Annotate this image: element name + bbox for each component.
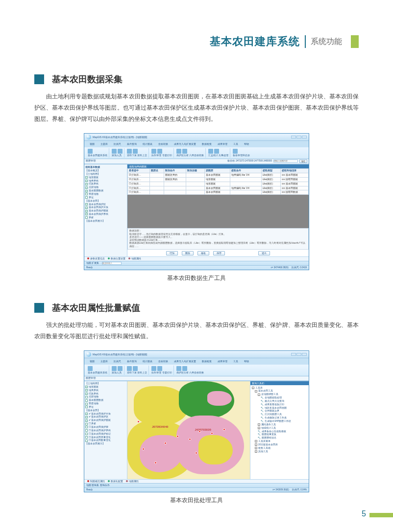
ribbon-icon[interactable] [127, 149, 132, 154]
menu-tab[interactable]: 视图 [88, 359, 96, 364]
menu-tab[interactable]: 比例尺 [112, 142, 123, 146]
search-input[interactable] [273, 160, 298, 162]
menu-tab[interactable]: 帮助 [243, 359, 250, 364]
ribbon-icon[interactable] [118, 366, 123, 371]
menu-tab[interactable]: 视图 [88, 142, 96, 146]
menu-tab[interactable]: 条件查询 [125, 142, 138, 146]
tree-item[interactable]: 零星地物 [85, 402, 126, 406]
tool-item[interactable]: 🔧地区多基本农田画图 [252, 406, 307, 410]
ribbon-icon[interactable] [208, 149, 213, 154]
tree-item[interactable]: ☐ 基本农田保护界线 [85, 429, 126, 432]
tree-item[interactable]: 界桩 [85, 216, 126, 219]
tree-item[interactable]: 界址 [85, 405, 126, 409]
menu-tab[interactable]: 工具 [232, 142, 240, 146]
ribbon-icon[interactable] [118, 149, 123, 154]
tree-item[interactable]: ☐ 基本农田数量变化 [85, 439, 126, 442]
tree-item[interactable]: 基本图层数据 [85, 189, 126, 193]
maximize-button[interactable] [296, 136, 301, 139]
menu-tab[interactable]: 主题库 [99, 359, 109, 364]
menu-tab[interactable]: 成果管理 [216, 142, 229, 146]
tool-item[interactable]: +工具库菜单 [252, 440, 307, 443]
tree-item[interactable]: 地类界线 [85, 179, 126, 183]
menu-tab[interactable]: 成果导入与扩展设置 [172, 142, 197, 146]
tool-item[interactable]: +检查工具箱 [252, 446, 307, 450]
minimize-button[interactable] [291, 353, 296, 356]
grid-row[interactable]: ☑ 打钩后…图斑区类的基本农田图斑地类编码 like '1%'Like(保留)x… [128, 173, 309, 178]
tree-item[interactable]: 地形图斑 [85, 385, 126, 389]
menu-tab[interactable]: 条件查询 [125, 359, 138, 364]
tree-item[interactable]: 【基本农田展示】 [85, 442, 126, 446]
tool-root[interactable]: -工具库 [252, 386, 307, 390]
grid-row[interactable]: ☐ 打钩后…基本农田图斑Like(保留)xxx 国有田数据 [128, 190, 309, 195]
tool-item[interactable]: +属性递作工具 [252, 423, 307, 426]
status-views[interactable]: 地图 扩展集 [86, 262, 99, 265]
tree-item[interactable]: ✔ 基本农田保护图斑 [85, 419, 126, 422]
tool-item[interactable]: 🔧图层批量更改 [252, 433, 307, 437]
coord-input[interactable] [102, 262, 122, 265]
menu-tab[interactable]: 成果管理 [216, 359, 229, 364]
save-button[interactable]: 保存 [213, 251, 225, 255]
tool-item[interactable]: 🔧成果查看批改打印 [252, 403, 307, 406]
menu-tab[interactable]: 坐标转换 [157, 142, 170, 146]
exit-button[interactable]: 退出 [258, 251, 270, 255]
tree-item[interactable]: 基本农田保护图斑 [85, 209, 126, 213]
tool-item[interactable]: +2011版基本农田库 [252, 443, 307, 446]
grid-row[interactable]: ☐ 打钩后…地形图斑Like(保留)xxx 基本田图斑 [128, 182, 309, 186]
tree-item[interactable]: 基本农田保护区 [85, 203, 126, 206]
tool-item[interactable]: +地域统计工具 [252, 426, 307, 430]
ribbon-icon[interactable] [133, 366, 138, 371]
tree-item[interactable]: ☐ 界桩 [85, 422, 126, 426]
menu-tab[interactable]: 统计图表 [141, 359, 154, 364]
tree-item[interactable]: 基本农田保护界线 [85, 213, 126, 216]
tree-item[interactable]: 点状地物 [85, 186, 126, 189]
close-button[interactable] [302, 136, 307, 139]
tree-item[interactable]: 行政界线 [85, 183, 126, 186]
menu-tab[interactable]: 统计图表 [141, 142, 154, 146]
bottom-tab[interactable]: 地图属性 [128, 257, 141, 260]
menu-tab[interactable]: 主题库 [99, 142, 109, 146]
bottom-tab[interactable]: 制图规范属性 [87, 480, 105, 483]
close-button[interactable] [302, 353, 307, 356]
bottom-tab[interactable]: 数据化配置 [108, 480, 123, 483]
menu-tab[interactable]: 工具 [232, 359, 240, 364]
tree-item[interactable]: 基本图层数据 [85, 399, 126, 402]
ribbon-icon[interactable] [151, 149, 156, 154]
tree-item[interactable]: 点状地物 [85, 395, 126, 399]
status-views[interactable]: 地图 整饰集 整饰操作 [86, 484, 110, 487]
ribbon-icon[interactable] [133, 149, 138, 154]
tree-item[interactable]: ☐ 基本农田保护标记 [85, 432, 126, 436]
ribbon-icon[interactable] [157, 149, 162, 154]
menu-tab[interactable]: 帮助 [243, 142, 250, 146]
ribbon-icon[interactable] [151, 366, 156, 371]
tree-item[interactable]: 【基本农田展示】 [85, 219, 126, 223]
ribbon-icon[interactable] [157, 366, 162, 371]
bottom-tab[interactable]: 数据位置设置 [108, 257, 125, 260]
modify-button[interactable]: 修改 [197, 251, 209, 255]
ribbon-icon[interactable] [88, 149, 93, 154]
tree-item[interactable]: 基本农田保护片块 [85, 206, 126, 209]
tool-item[interactable]: 🔧生成输出SHP图层工作区 [252, 419, 307, 423]
tree-item[interactable]: 地形图斑 [85, 176, 126, 179]
ribbon-icon[interactable] [112, 366, 117, 371]
tree-item[interactable]: 【基本农田】 [85, 199, 126, 203]
ribbon-icon[interactable] [127, 366, 132, 371]
tool-item[interactable]: 🔧合并图斑边界 [252, 410, 307, 413]
tool-item[interactable]: 🔧金地图提取处理 [252, 396, 307, 400]
tree-item[interactable]: 零星地物 [85, 192, 126, 196]
delete-button[interactable]: 删除 [182, 251, 194, 255]
minimize-button[interactable] [291, 136, 296, 139]
tool-item[interactable]: 🔧打开到图层工具 [252, 413, 307, 416]
tree-item[interactable]: ✔ 基本农田保护区 [85, 416, 126, 419]
ribbon-icon[interactable] [176, 149, 181, 154]
menu-tab[interactable]: 成果导入与扩展设置 [172, 359, 197, 364]
grid-row[interactable]: ☑ 打钩后…图斑区类的地形图斑Like(保留)xxx 国有田图斑 [128, 177, 309, 182]
tool-item[interactable]: +其他工具 [252, 450, 307, 453]
tree-item[interactable]: 界址 [85, 196, 126, 199]
tree-item[interactable]: ✔ 基本农田保护片块 [85, 412, 126, 416]
menu-tab[interactable]: 数据检查 [200, 142, 213, 146]
tool-item[interactable]: 🔧难点分类方法查询 [252, 399, 307, 403]
tree-item[interactable]: 行政界线 [85, 392, 126, 395]
tree-item[interactable]: 【基本农田】 [85, 409, 126, 412]
menu-tab[interactable]: 数据检查 [200, 359, 213, 364]
ribbon-icon[interactable] [176, 366, 181, 371]
